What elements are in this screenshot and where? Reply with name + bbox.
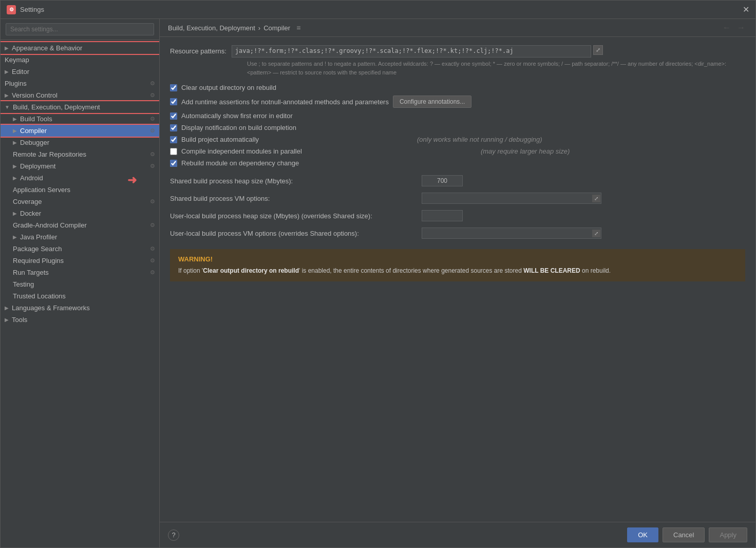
sidebar-item-app-servers[interactable]: Application Servers [1, 184, 159, 196]
sidebar-item-deployment[interactable]: ▶ Deployment ⚙ [1, 160, 159, 172]
auto-show-error-row: Automatically show first error in editor [170, 112, 745, 120]
vm-options-input-wrap: ⤢ [422, 193, 601, 204]
bottom-right: OK Cancel Apply [627, 527, 747, 542]
clear-output-checkbox[interactable] [170, 84, 177, 91]
sidebar-item-required-plugins[interactable]: Required Plugins ⚙ [1, 255, 159, 267]
sidebar-item-label: Run Targets [13, 269, 148, 276]
sidebar-item-label: Application Servers [13, 186, 155, 194]
sidebar-item-keymap[interactable]: Keymap [1, 54, 159, 66]
apply-button[interactable]: Apply [709, 527, 747, 542]
resource-patterns-input[interactable]: java;!?*.form;!?*.class;!?*.groovy;!?*.s… [232, 45, 591, 58]
sidebar-item-docker[interactable]: ▶ Docker [1, 207, 159, 219]
sidebar-item-testing[interactable]: Testing [1, 278, 159, 290]
sidebar-item-plugins[interactable]: Plugins ⚙ [1, 78, 159, 89]
auto-show-error-label: Automatically show first error in editor [181, 112, 293, 120]
resource-patterns-label: Resource patterns: [170, 45, 226, 55]
nav-arrows: ← → [721, 23, 747, 32]
gear-icon: ⚙ [150, 269, 155, 276]
auto-show-error-checkbox[interactable] [170, 112, 177, 120]
sidebar-item-build-tools[interactable]: ▶ Build Tools ⚙ [1, 113, 159, 125]
sidebar-item-label: Gradle-Android Compiler [13, 221, 148, 229]
chevron-right-icon: ▶ [5, 45, 9, 51]
configure-annotations-button[interactable]: Configure annotations... [393, 96, 471, 108]
sidebar-item-label: Tools [12, 316, 155, 324]
sidebar-item-label: Editor [12, 68, 155, 75]
sidebar-item-android[interactable]: ▶ Android [1, 172, 159, 184]
rebuild-on-change-checkbox[interactable] [170, 160, 177, 167]
rebuild-on-change-label: Rebuild module on dependency change [181, 159, 299, 167]
heap-size-label: Shared build process heap size (Mbytes): [170, 177, 422, 185]
user-vm-input[interactable] [422, 228, 601, 239]
warning-title: WARNING! [178, 255, 737, 263]
warning-box: WARNING! If option 'Clear output directo… [170, 249, 745, 281]
titlebar: ⚙ Settings ✕ [1, 1, 755, 19]
vm-options-expand-button[interactable]: ⤢ [592, 195, 600, 202]
gear-icon: ⚙ [150, 222, 155, 229]
vm-options-row: Shared build process VM options: ⤢ [170, 193, 745, 204]
gear-icon: ⚙ [150, 245, 155, 252]
sidebar-item-gradle-android[interactable]: Gradle-Android Compiler ⚙ [1, 219, 159, 231]
sidebar-item-appearance[interactable]: ▶ Appearance & Behavior [1, 42, 159, 54]
sidebar-item-package-search[interactable]: Package Search ⚙ [1, 243, 159, 255]
sidebar-item-version-control[interactable]: ▶ Version Control ⚙ [1, 89, 159, 101]
sidebar-item-remote-jar[interactable]: Remote Jar Repositories ⚙ [1, 148, 159, 160]
compile-parallel-label: Compile independent modules in parallel [181, 147, 302, 155]
nav-forward-button[interactable]: → [735, 23, 747, 32]
chevron-right-icon: ▶ [13, 128, 17, 134]
resource-patterns-section: Resource patterns: java;!?*.form;!?*.cla… [170, 45, 745, 77]
sidebar-item-label: Compiler [20, 127, 148, 135]
sidebar-item-languages[interactable]: ▶ Languages & Frameworks [1, 302, 159, 314]
sidebar-item-run-targets[interactable]: Run Targets ⚙ [1, 267, 159, 278]
sidebar-item-label: Android [20, 174, 155, 182]
gear-icon: ⚙ [150, 151, 155, 158]
sidebar-item-compiler[interactable]: ▶ Compiler ⚙ [1, 125, 159, 137]
build-auto-row: Build project automatically (only works … [170, 136, 745, 143]
sidebar-item-java-profiler[interactable]: ▶ Java Profiler [1, 231, 159, 243]
close-button[interactable]: ✕ [743, 5, 749, 14]
user-vm-row: User-local build process VM options (ove… [170, 228, 745, 239]
gear-icon: ⚙ [150, 257, 155, 264]
sidebar-item-coverage[interactable]: Coverage ⚙ [1, 196, 159, 207]
bottom-left: ? [168, 530, 179, 541]
resource-hint: Use ; to separate patterns and ! to nega… [247, 60, 745, 77]
sidebar-item-label: Debugger [20, 139, 155, 146]
user-heap-input[interactable] [422, 210, 463, 221]
search-input[interactable] [6, 23, 154, 35]
sidebar-item-label: Docker [20, 210, 155, 217]
gear-icon: ⚙ [150, 80, 155, 87]
user-vm-expand-button[interactable]: ⤢ [592, 230, 600, 237]
build-auto-checkbox[interactable] [170, 136, 177, 143]
breadcrumb-part1: Build, Execution, Deployment [168, 24, 255, 32]
help-button[interactable]: ? [168, 530, 179, 541]
chevron-right-icon: ▶ [13, 234, 17, 240]
user-vm-input-wrap: ⤢ [422, 228, 601, 239]
sidebar-item-editor[interactable]: ▶ Editor [1, 66, 159, 78]
sidebar-item-debugger[interactable]: ▶ Debugger [1, 137, 159, 148]
resource-hint-text: Use ; to separate patterns and ! to nega… [247, 61, 726, 75]
vm-options-input[interactable] [422, 193, 601, 204]
rebuild-on-change-row: Rebuild module on dependency change [170, 159, 745, 167]
sidebar-item-build-exec[interactable]: ▼ Build, Execution, Deployment [1, 101, 159, 113]
clear-output-row: Clear output directory on rebuild [170, 84, 745, 91]
sidebar-item-label: Languages & Frameworks [12, 304, 155, 312]
compile-parallel-checkbox[interactable] [170, 148, 177, 155]
titlebar-left: ⚙ Settings [7, 5, 44, 14]
nav-back-button[interactable]: ← [721, 23, 733, 32]
display-notification-checkbox[interactable] [170, 124, 177, 131]
sidebar-item-trusted-locations[interactable]: Trusted Locations [1, 290, 159, 302]
main-content: ▶ Appearance & Behavior Keymap ▶ Editor … [1, 19, 755, 547]
user-heap-row: User-local build process heap size (Mbyt… [170, 210, 745, 221]
warning-text: If option 'Clear output directory on reb… [178, 266, 737, 275]
ok-button[interactable]: OK [627, 527, 658, 542]
heap-size-input[interactable]: 700 [422, 175, 463, 186]
expand-resource-button[interactable]: ⤢ [593, 45, 603, 55]
breadcrumb-separator: › [258, 24, 260, 32]
add-runtime-checkbox[interactable] [170, 98, 177, 105]
compile-parallel-note: (may require larger heap size) [481, 147, 570, 155]
build-auto-label: Build project automatically [181, 136, 259, 143]
cancel-button[interactable]: Cancel [663, 527, 705, 542]
gear-icon: ⚙ [150, 116, 155, 122]
gear-icon: ⚙ [150, 198, 155, 205]
sidebar-item-tools[interactable]: ▶ Tools [1, 314, 159, 326]
search-box [1, 19, 159, 40]
